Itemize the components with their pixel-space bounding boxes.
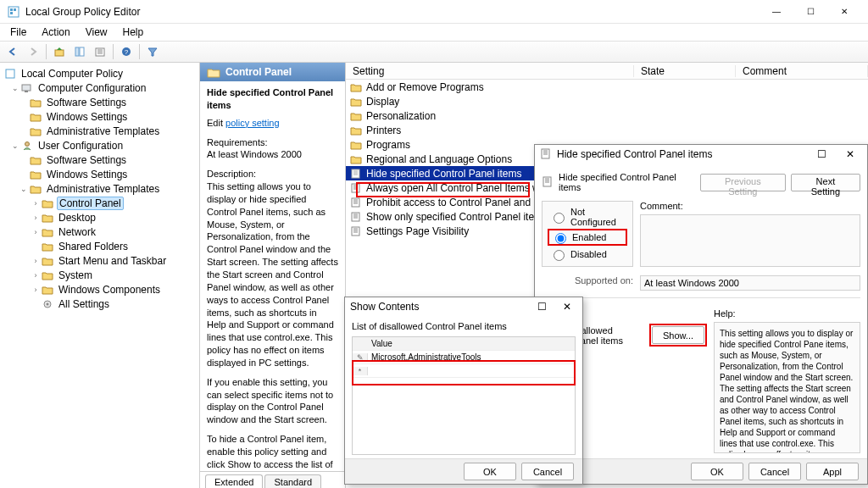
col-comment[interactable]: Comment — [736, 65, 868, 77]
tree-win-components[interactable]: ›Windows Components — [2, 282, 198, 297]
chevron-right-icon[interactable]: › — [31, 214, 41, 222]
tree-uc-admin[interactable]: ⌄Administrative Templates — [2, 181, 198, 196]
tree-cc-windows[interactable]: Windows Settings — [2, 109, 198, 124]
dialog-title: Show Contents — [350, 301, 419, 313]
maximize-icon[interactable]: ☐ — [531, 301, 552, 313]
chevron-right-icon[interactable]: › — [31, 228, 41, 236]
minimize-button[interactable]: — — [760, 2, 793, 22]
show-contents-dialog[interactable]: Show Contents ☐ ✕ List of disallowed Con… — [344, 297, 583, 485]
list-label: List of disallowed Control Panel items — [352, 321, 576, 331]
filter-button[interactable] — [143, 43, 162, 60]
tree-all-settings[interactable]: All Settings — [2, 297, 198, 311]
tree-desktop[interactable]: ›Desktop — [2, 210, 198, 225]
chevron-right-icon[interactable]: › — [31, 286, 41, 294]
close-icon[interactable]: ✕ — [557, 301, 577, 313]
folder-icon — [41, 284, 54, 296]
maximize-icon[interactable]: ☐ — [810, 148, 833, 160]
state-radio-group: Not Configured Enabled Disabled — [542, 201, 633, 267]
supported-on-label: Supported on: — [542, 275, 633, 291]
chevron-right-icon[interactable]: › — [31, 271, 41, 280]
svg-rect-6 — [80, 47, 84, 56]
tab-standard[interactable]: Standard — [264, 474, 321, 488]
folder-icon — [29, 183, 42, 195]
svg-rect-11 — [22, 85, 31, 91]
folder-icon — [349, 139, 363, 151]
tree-cc-admin[interactable]: Administrative Templates — [2, 124, 198, 138]
tree-start-menu[interactable]: ›Start Menu and Taskbar — [2, 253, 198, 268]
policy-icon — [349, 197, 363, 208]
tree-root[interactable]: Local Computer Policy — [2, 66, 198, 80]
list-item[interactable]: Printers — [346, 123, 868, 137]
close-icon[interactable]: ✕ — [838, 148, 862, 160]
chevron-down-icon[interactable]: ⌄ — [10, 84, 20, 92]
folder-icon — [29, 154, 42, 166]
folder-icon — [349, 81, 363, 93]
menu-view[interactable]: View — [79, 25, 114, 40]
window-titlebar: Local Group Policy Editor — ☐ ✕ — [0, 0, 868, 24]
export-list-button[interactable] — [91, 43, 109, 60]
chevron-down-icon[interactable]: ⌄ — [19, 185, 29, 193]
toolbar: ? — [0, 41, 868, 63]
grid-row-new[interactable]: * — [353, 364, 575, 378]
policy-dialog[interactable]: Hide specified Control Panel items ☐ ✕ H… — [534, 144, 868, 485]
folder-icon — [349, 125, 363, 136]
forward-button[interactable] — [24, 43, 42, 60]
tree-cc-software[interactable]: Software Settings — [2, 95, 198, 109]
chevron-right-icon[interactable]: › — [31, 257, 41, 265]
tree-control-panel[interactable]: ›Control Panel — [2, 196, 198, 210]
help-button[interactable]: ? — [117, 43, 136, 60]
list-item[interactable]: Personalization — [346, 108, 868, 123]
window-title: Local Group Policy Editor — [25, 6, 760, 18]
value-grid[interactable]: Value ✎Microsoft.AdministrativeTools * — [352, 336, 576, 455]
tree-shared-folders[interactable]: Shared Folders — [2, 239, 198, 253]
menu-help[interactable]: Help — [116, 25, 151, 40]
col-setting[interactable]: Setting — [346, 65, 634, 77]
list-item[interactable]: Add or Remove Programs — [346, 80, 868, 94]
up-button[interactable] — [50, 43, 69, 60]
policy-icon — [349, 225, 363, 237]
menu-action[interactable]: Action — [35, 25, 76, 40]
col-state[interactable]: State — [634, 65, 736, 77]
edit-policy-link[interactable]: policy setting — [225, 118, 280, 128]
col-value[interactable]: Value — [368, 339, 575, 348]
show-hide-tree-button[interactable] — [70, 43, 89, 60]
cancel-button[interactable]: Cancel — [521, 463, 574, 480]
close-button[interactable]: ✕ — [827, 2, 861, 22]
back-button[interactable] — [3, 43, 22, 60]
view-tabs: Extended Standard — [200, 471, 345, 488]
svg-rect-5 — [75, 47, 79, 56]
previous-setting-button[interactable]: Previous Setting — [700, 174, 786, 191]
nav-tree[interactable]: Local Computer Policy ⌄Computer Configur… — [0, 63, 200, 488]
radio-enabled[interactable]: Enabled — [551, 230, 624, 244]
maximize-button[interactable]: ☐ — [793, 2, 827, 22]
breadcrumb: Control Panel — [200, 63, 345, 81]
ok-button[interactable]: OK — [464, 463, 516, 480]
tree-user-config[interactable]: ⌄User Configuration — [2, 138, 198, 152]
radio-not-configured[interactable]: Not Configured — [549, 207, 626, 227]
comment-label: Comment: — [640, 201, 860, 211]
grid-row[interactable]: ✎Microsoft.AdministrativeTools — [353, 351, 575, 364]
next-setting-button[interactable]: Next Setting — [791, 174, 860, 191]
settings-icon — [41, 298, 54, 310]
folder-icon — [41, 269, 54, 281]
menu-file[interactable]: File — [3, 25, 33, 40]
radio-disabled[interactable]: Disabled — [549, 247, 626, 261]
list-item[interactable]: Display — [346, 94, 868, 108]
tree-network[interactable]: ›Network — [2, 225, 198, 239]
show-button[interactable]: Show... — [652, 326, 704, 344]
chevron-right-icon[interactable]: › — [31, 199, 41, 208]
comment-field[interactable] — [640, 214, 860, 267]
tree-uc-windows[interactable]: Windows Settings — [2, 167, 198, 181]
ok-button[interactable]: OK — [691, 463, 743, 480]
tab-extended[interactable]: Extended — [205, 474, 263, 488]
apply-button[interactable]: Appl — [806, 463, 859, 480]
tree-computer-config[interactable]: ⌄Computer Configuration — [2, 80, 198, 95]
folder-icon — [29, 97, 42, 108]
folder-icon — [29, 169, 42, 180]
policy-icon — [542, 176, 554, 188]
tree-system[interactable]: ›System — [2, 268, 198, 282]
tree-uc-software[interactable]: Software Settings — [2, 152, 198, 167]
cancel-button[interactable]: Cancel — [748, 463, 801, 480]
policy-icon — [349, 211, 363, 223]
chevron-down-icon[interactable]: ⌄ — [10, 141, 20, 150]
